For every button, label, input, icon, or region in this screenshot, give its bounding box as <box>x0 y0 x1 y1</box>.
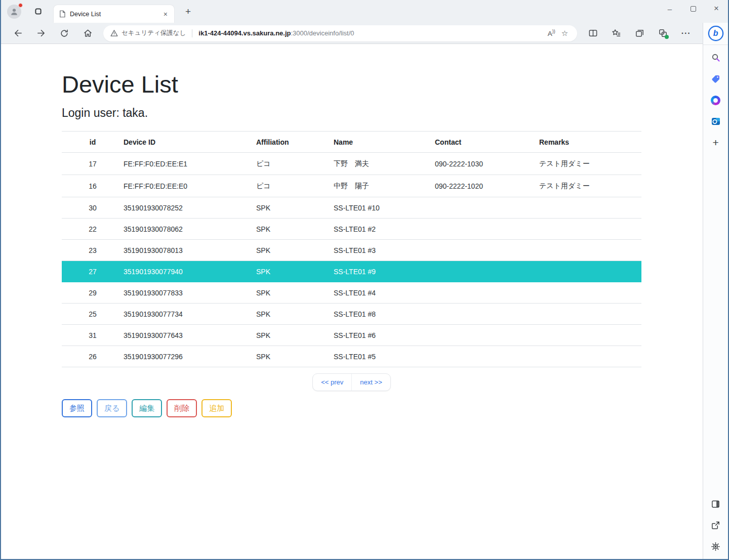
row-remarks: テスト用ダミー <box>539 175 641 197</box>
login-user-text: Login user: taka. <box>62 106 644 120</box>
row-device-id: 351901930077940 <box>124 261 256 282</box>
sidebar-settings-icon[interactable] <box>707 538 724 555</box>
table-row[interactable]: 25351901930077734SPKSS-LTE01 #8 <box>62 304 641 325</box>
row-name: SS-LTE01 #4 <box>334 282 435 304</box>
minimize-button[interactable]: – <box>658 0 681 17</box>
row-remarks <box>539 346 641 367</box>
url-text: ik1-424-44094.vs.sakura.ne.jp:3000/devic… <box>198 29 542 37</box>
row-affiliation: SPK <box>256 240 334 261</box>
row-name: SS-LTE01 #9 <box>334 261 435 282</box>
back-button[interactable] <box>9 26 26 41</box>
next-page-button[interactable]: next >> <box>351 374 390 391</box>
row-remarks <box>539 282 641 304</box>
action-button-4[interactable]: 削除 <box>167 399 197 417</box>
tab-close-icon[interactable]: × <box>161 10 170 18</box>
action-button-3[interactable]: 編集 <box>132 399 162 417</box>
bing-chat-icon[interactable]: b <box>708 26 723 41</box>
collections-icon[interactable] <box>631 26 648 41</box>
row-affiliation: SPK <box>256 197 334 219</box>
row-device-id: FE:FF:F0:ED:EE:E1 <box>124 153 256 175</box>
row-affiliation: SPK <box>256 261 334 282</box>
row-name: 中野 陽子 <box>334 175 435 197</box>
row-contact <box>435 240 539 261</box>
action-button-5[interactable]: 追加 <box>201 399 232 417</box>
notification-dot-icon <box>18 3 23 8</box>
profile-avatar[interactable] <box>7 5 21 19</box>
person-icon <box>10 7 19 16</box>
open-external-icon[interactable] <box>707 516 724 534</box>
split-screen-icon[interactable] <box>584 26 601 41</box>
table-row[interactable]: 31351901930077643SPKSS-LTE01 #6 <box>62 325 641 346</box>
row-remarks <box>539 240 641 261</box>
row-name: SS-LTE01 #6 <box>334 325 435 346</box>
row-device-id: 351901930078252 <box>124 197 256 219</box>
sidebar-panel-icon[interactable] <box>707 495 724 512</box>
browser-window: Device List × + – × <box>0 0 729 560</box>
address-bar[interactable]: セキュリティ保護なし ik1-424-44094.vs.sakura.ne.jp… <box>103 25 577 41</box>
home-button[interactable] <box>79 26 96 41</box>
page-title: Device List <box>62 70 644 98</box>
table-row[interactable]: 17FE:FF:F0:ED:EE:E1ピコ下野 満夫090-2222-1030テ… <box>62 153 641 175</box>
refresh-button[interactable] <box>56 26 73 41</box>
row-name: SS-LTE01 #8 <box>334 304 435 325</box>
table-row[interactable]: 22351901930078062SPKSS-LTE01 #2 <box>62 219 641 240</box>
extensions-badge-icon <box>665 35 669 39</box>
table-row[interactable]: 29351901930077833SPKSS-LTE01 #4 <box>62 282 641 304</box>
maximize-icon <box>691 6 696 12</box>
row-affiliation: SPK <box>256 346 334 367</box>
row-device-id: 351901930078013 <box>124 240 256 261</box>
extensions-icon[interactable] <box>654 26 671 41</box>
row-name: SS-LTE01 #10 <box>334 197 435 219</box>
table-row[interactable]: 26351901930077296SPKSS-LTE01 #5 <box>62 346 641 367</box>
sidebar-add-button[interactable]: + <box>707 134 724 151</box>
table-row[interactable]: 30351901930078252SPKSS-LTE01 #10 <box>62 197 641 219</box>
prev-page-button[interactable]: << prev <box>313 374 351 391</box>
table-header-row: idDevice IDAffiliationNameContactRemarks <box>62 132 641 153</box>
column-header: Affiliation <box>256 132 334 153</box>
row-remarks: テスト用ダミー <box>539 153 641 175</box>
browser-tab[interactable]: Device List × <box>54 5 174 23</box>
edge-sidebar: b <box>703 23 728 559</box>
row-id: 26 <box>62 346 124 367</box>
sidebar-divider <box>703 45 728 45</box>
row-contact <box>435 261 539 282</box>
action-buttons: 参照戻る編集削除追加 <box>62 399 644 417</box>
row-device-id: 351901930077734 <box>124 304 256 325</box>
row-name: SS-LTE01 #2 <box>334 219 435 240</box>
row-id: 25 <box>62 304 124 325</box>
sidebar-shopping-icon[interactable] <box>707 70 724 88</box>
table-row[interactable]: 27351901930077940SPKSS-LTE01 #9 <box>62 261 641 282</box>
browser-toolbar: セキュリティ保護なし ik1-424-44094.vs.sakura.ne.jp… <box>1 23 703 44</box>
row-affiliation: SPK <box>256 304 334 325</box>
column-header: id <box>62 132 124 153</box>
row-device-id: 351901930077833 <box>124 282 256 304</box>
sidebar-outlook-icon[interactable] <box>707 113 724 130</box>
row-remarks <box>539 261 641 282</box>
sidebar-copilot-icon[interactable] <box>707 92 724 109</box>
read-aloud-icon[interactable]: A)) <box>543 29 560 37</box>
table-row[interactable]: 23351901930078013SPKSS-LTE01 #3 <box>62 240 641 261</box>
row-contact <box>435 304 539 325</box>
action-button-2[interactable]: 戻る <box>97 399 127 417</box>
row-affiliation: SPK <box>256 325 334 346</box>
row-id: 31 <box>62 325 124 346</box>
sidebar-search-icon[interactable] <box>707 49 724 66</box>
window-close-button[interactable]: × <box>705 0 728 17</box>
column-header: Name <box>334 132 435 153</box>
add-favorite-icon[interactable]: ☆ <box>560 29 572 38</box>
row-affiliation: SPK <box>256 219 334 240</box>
row-id: 16 <box>62 175 124 197</box>
row-id: 17 <box>62 153 124 175</box>
new-tab-button[interactable]: + <box>182 6 194 17</box>
forward-button[interactable] <box>32 26 50 41</box>
more-menu-button[interactable]: ··· <box>677 26 695 41</box>
security-label: セキュリティ保護なし <box>122 29 186 37</box>
favorites-icon[interactable] <box>608 26 625 41</box>
column-header: Device ID <box>124 132 256 153</box>
tab-actions-icon[interactable] <box>32 6 44 17</box>
row-name: SS-LTE01 #5 <box>334 346 435 367</box>
table-row[interactable]: 16FE:FF:F0:ED:EE:E0ピコ中野 陽子090-2222-1020テ… <box>62 175 641 197</box>
action-button-1[interactable]: 参照 <box>62 399 92 417</box>
maximize-button[interactable] <box>681 0 705 17</box>
row-affiliation: SPK <box>256 282 334 304</box>
